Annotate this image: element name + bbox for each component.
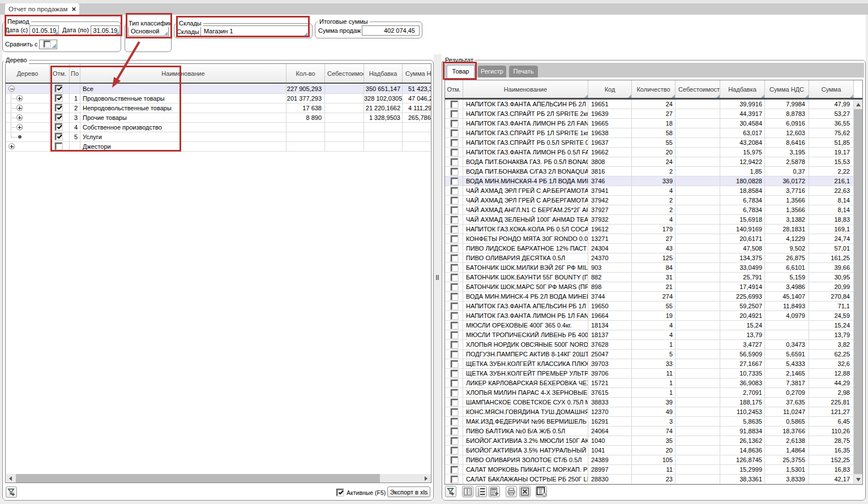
svg-text:3: 3 xyxy=(478,493,480,497)
